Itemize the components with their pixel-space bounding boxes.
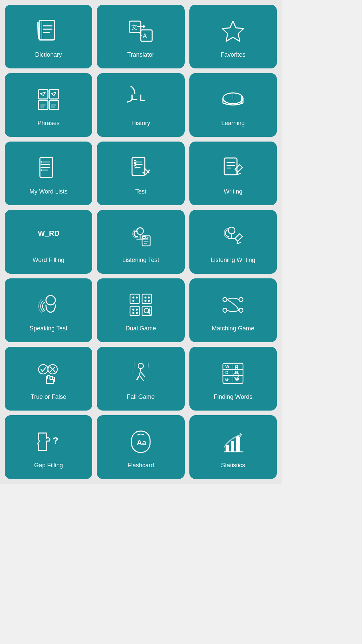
svg-text:Aa: Aa — [137, 438, 146, 447]
svg-point-79 — [39, 365, 48, 374]
svg-point-65 — [144, 297, 146, 299]
svg-text:?: ? — [53, 435, 58, 446]
writing-label: Writing — [224, 188, 242, 196]
fall-game-label: Fall Game — [127, 393, 155, 401]
tile-translator[interactable]: 文 A Translator — [97, 5, 184, 68]
svg-point-76 — [223, 308, 227, 312]
tile-word-filling[interactable]: W_RD Word Filling — [5, 210, 92, 274]
svg-rect-58 — [130, 294, 139, 304]
translator-icon: 文 A — [126, 16, 156, 46]
listening-test-label: Listening Test — [122, 256, 159, 264]
learning-label: Learning — [221, 119, 245, 127]
test-icon — [126, 153, 156, 183]
svg-point-28 — [41, 169, 42, 171]
svg-text:O: O — [225, 377, 229, 382]
svg-point-77 — [239, 298, 243, 302]
svg-rect-35 — [134, 166, 136, 168]
history-label: History — [131, 119, 150, 127]
svg-rect-33 — [134, 161, 136, 163]
svg-point-75 — [223, 298, 227, 302]
svg-text:W: W — [235, 377, 239, 382]
svg-rect-60 — [130, 306, 139, 316]
svg-rect-11 — [49, 90, 59, 99]
svg-point-68 — [148, 300, 150, 302]
svg-point-69 — [132, 309, 134, 311]
statistics-icon — [218, 427, 248, 457]
listening-writing-label: Listening Writing — [211, 256, 255, 264]
svg-point-71 — [132, 312, 134, 314]
gap-filling-label: Gap Filling — [34, 462, 63, 469]
flashcard-icon: Aa — [126, 427, 156, 457]
translator-label: Translator — [127, 51, 154, 59]
matching-game-icon — [218, 290, 248, 320]
svg-point-62 — [132, 297, 134, 299]
tile-fall-game[interactable]: Fall Game — [97, 347, 184, 411]
svg-point-27 — [41, 167, 42, 168]
svg-text:W: W — [225, 364, 230, 369]
gap-filling-icon: ? — [34, 427, 64, 457]
tile-finding-words[interactable]: W O D D R W R O Finding Words — [189, 347, 277, 411]
true-or-false-label: True or False — [31, 393, 66, 401]
svg-point-83 — [138, 363, 143, 369]
word-filling-icon: W_RD — [34, 221, 64, 252]
svg-rect-10 — [39, 90, 48, 99]
listening-writing-icon — [218, 221, 248, 252]
dictionary-icon — [34, 16, 64, 46]
svg-point-52 — [228, 227, 235, 234]
my-word-lists-icon — [34, 153, 64, 183]
favorites-icon — [218, 16, 248, 46]
tile-true-or-false[interactable]: True or False — [5, 347, 92, 411]
svg-text:W_RD: W_RD — [38, 229, 60, 237]
svg-rect-105 — [236, 436, 240, 452]
svg-rect-59 — [142, 294, 152, 304]
true-or-false-icon — [34, 358, 64, 388]
svg-rect-104 — [231, 441, 234, 452]
finding-words-label: Finding Words — [214, 393, 252, 401]
tile-listening-writing[interactable]: Listening Writing — [189, 210, 277, 274]
matching-game-label: Matching Game — [212, 325, 254, 332]
svg-text:R: R — [235, 365, 238, 370]
svg-rect-51 — [143, 236, 145, 238]
main-grid: Dictionary 文 A Translator Favorites — [0, 0, 282, 484]
favorites-label: Favorites — [221, 51, 245, 59]
svg-rect-0 — [39, 20, 55, 40]
tile-dual-game[interactable]: Dual Game — [97, 278, 184, 342]
phrases-label: Phrases — [38, 119, 60, 127]
tile-dictionary[interactable]: Dictionary — [5, 5, 92, 68]
tile-matching-game[interactable]: Matching Game — [189, 278, 277, 342]
tile-statistics[interactable]: Statistics — [189, 415, 277, 479]
my-word-lists-label: My Word Lists — [29, 188, 68, 196]
dual-game-label: Dual Game — [125, 325, 156, 332]
tile-history[interactable]: History — [97, 73, 184, 137]
tile-learning[interactable]: Learning — [189, 73, 277, 137]
svg-point-67 — [144, 300, 146, 302]
tile-listening-test[interactable]: Listening Test — [97, 210, 184, 274]
svg-point-25 — [41, 161, 42, 163]
svg-rect-37 — [224, 158, 237, 175]
tile-favorites[interactable]: Favorites — [189, 5, 277, 68]
svg-point-78 — [239, 308, 243, 312]
writing-icon — [218, 153, 248, 183]
fall-game-icon — [126, 358, 156, 388]
dictionary-label: Dictionary — [35, 51, 62, 59]
svg-point-57 — [46, 296, 55, 305]
statistics-label: Statistics — [221, 462, 245, 469]
svg-rect-103 — [226, 445, 229, 452]
tile-my-word-lists[interactable]: My Word Lists — [5, 142, 92, 205]
svg-point-66 — [148, 297, 150, 299]
svg-point-63 — [136, 297, 138, 299]
svg-text:A: A — [143, 33, 147, 39]
svg-marker-9 — [222, 21, 244, 41]
svg-point-64 — [132, 300, 134, 302]
flashcard-label: Flashcard — [127, 462, 154, 469]
listening-test-icon — [126, 221, 156, 252]
tile-flashcard[interactable]: Aa Flashcard — [97, 415, 184, 479]
svg-text:文: 文 — [131, 24, 137, 31]
tile-test[interactable]: Test — [97, 142, 184, 205]
svg-point-72 — [136, 312, 138, 314]
tile-writing[interactable]: Writing — [189, 142, 277, 205]
tile-phrases[interactable]: Phrases — [5, 73, 92, 137]
tile-speaking-test[interactable]: Speaking Test — [5, 278, 92, 342]
tile-gap-filling[interactable]: ? Gap Filling — [5, 415, 92, 479]
svg-point-26 — [41, 164, 42, 165]
